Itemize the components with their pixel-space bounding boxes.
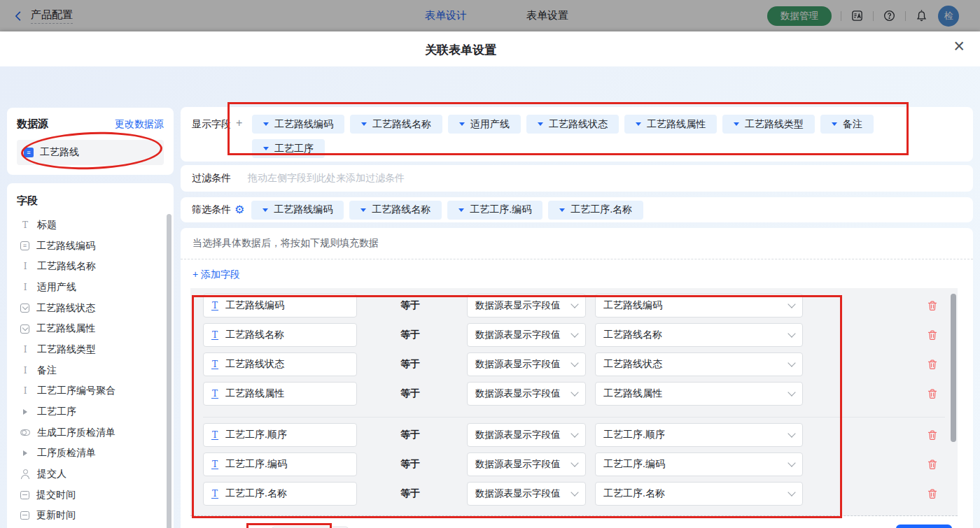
display-field-tag[interactable]: 工艺路线编码 — [252, 115, 344, 134]
field-type-icon — [20, 469, 30, 479]
rule-operator: 等于 — [400, 487, 467, 500]
rule-field-label: 工艺路线编码 — [225, 299, 284, 312]
screening-field-tag-label: 工艺工序.编码 — [470, 204, 531, 216]
delete-rule-icon[interactable] — [927, 388, 938, 399]
rule-field-box[interactable]: 工艺路线编码 — [203, 294, 357, 317]
text-field-icon — [211, 360, 218, 369]
add-field-link[interactable]: + 添加字段 — [192, 269, 240, 281]
close-icon[interactable] — [953, 37, 965, 56]
delete-rule-icon[interactable] — [927, 300, 938, 311]
field-list-item[interactable]: 提交人 — [17, 464, 174, 485]
field-list-item[interactable]: 工艺工序编号聚合 — [17, 381, 174, 402]
field-type-icon — [20, 448, 30, 458]
rule-source-value: 数据源表显示字段值 — [475, 458, 561, 471]
field-list-item[interactable]: 生成工序质检清单 — [17, 422, 174, 443]
display-field-tag[interactable]: 工艺路线名称 — [350, 115, 442, 134]
rule-target-value: 工艺路线编码 — [603, 299, 662, 312]
rule-field-box[interactable]: 工艺工序.编码 — [203, 452, 357, 476]
field-list-item[interactable]: 工艺路线类型 — [17, 339, 174, 360]
text-field-icon — [211, 331, 218, 340]
datasource-item[interactable]: 工艺路线 — [17, 140, 164, 165]
display-field-tag[interactable]: 工艺路线状态 — [526, 115, 619, 134]
rule-field-box[interactable]: 工艺工序.名称 — [203, 482, 357, 506]
field-list-item[interactable]: 工艺路线状态 — [17, 298, 174, 319]
display-field-tag-label: 备注 — [843, 118, 862, 131]
rule-operator: 等于 — [400, 458, 467, 471]
delete-rule-icon[interactable] — [927, 429, 938, 441]
rule-field-label: 工艺工序.顺序 — [225, 429, 287, 441]
rule-target-value: 工艺工序.名称 — [603, 487, 665, 500]
dashed-divider — [181, 259, 973, 259]
rule-target-select[interactable]: 工艺路线状态 — [595, 352, 803, 376]
rule-row: 工艺工序.编码 等于 数据源表显示字段值 工艺工序.编码 — [203, 452, 958, 476]
rule-target-value: 工艺路线状态 — [603, 358, 662, 371]
datasource-title: 数据源 — [17, 117, 48, 131]
field-list-item[interactable]: 工序质检清单 — [17, 443, 174, 464]
field-list-item[interactable]: 工艺路线名称 — [17, 256, 174, 277]
delete-rule-icon[interactable] — [927, 459, 938, 470]
field-type-icon — [20, 345, 30, 355]
add-display-field-icon[interactable] — [236, 118, 242, 128]
chevron-down-icon — [788, 329, 795, 337]
field-list-item-label: 标题 — [37, 219, 57, 231]
field-list-item[interactable]: 标题 — [17, 215, 174, 236]
rule-field-label: 工艺工序.名称 — [225, 487, 287, 500]
rule-target-select[interactable]: 工艺工序.编码 — [595, 452, 803, 476]
rule-source-select[interactable]: 数据源表显示字段值 — [467, 382, 586, 406]
field-type-icon — [20, 262, 30, 271]
field-list-item[interactable]: 适用产线 — [17, 277, 174, 298]
gear-icon[interactable] — [234, 204, 244, 215]
rule-target-select[interactable]: 工艺路线属性 — [595, 382, 803, 406]
text-field-icon — [211, 301, 218, 311]
rule-target-select[interactable]: 工艺路线名称 — [595, 323, 803, 347]
screening-field-tag[interactable]: 工艺路线名称 — [349, 201, 442, 220]
rule-field-label: 工艺路线属性 — [225, 387, 284, 400]
field-list-item[interactable]: 提交时间 — [17, 485, 174, 506]
screening-field-tag[interactable]: 工艺工序.编码 — [447, 201, 542, 220]
modal-body: 数据源 更改数据源 工艺路线 字段 标题 — [0, 66, 980, 528]
rules-scrollbar[interactable] — [951, 294, 956, 442]
screening-field-tag-label: 工艺工序.名称 — [570, 204, 632, 216]
rule-operator: 等于 — [400, 329, 467, 341]
rule-source-select[interactable]: 数据源表显示字段值 — [467, 452, 586, 476]
field-list-item-label: 备注 — [37, 364, 57, 377]
display-field-tag[interactable]: 备注 — [820, 115, 874, 134]
display-field-tag[interactable]: 适用产线 — [448, 115, 521, 134]
rule-row: 工艺路线名称 等于 数据源表显示字段值 工艺路线名称 — [203, 323, 958, 347]
rule-operator: 等于 — [400, 429, 467, 441]
rule-source-select[interactable]: 数据源表显示字段值 — [467, 423, 586, 447]
caret-down-icon — [538, 122, 543, 126]
screening-field-tag[interactable]: 工艺工序.名称 — [548, 201, 643, 220]
field-list-item[interactable]: 工艺工序 — [17, 401, 174, 422]
delete-rule-icon[interactable] — [927, 488, 938, 499]
field-list-item[interactable]: 工艺路线属性 — [17, 318, 174, 339]
display-field-tag[interactable]: 工艺工序 — [252, 139, 325, 158]
field-list-item[interactable]: 更新时间 — [17, 506, 174, 527]
field-type-icon — [20, 429, 30, 436]
field-list-item[interactable]: 工艺路线编码 — [17, 236, 174, 257]
rule-row: 工艺路线状态 等于 数据源表显示字段值 工艺路线状态 — [203, 352, 958, 376]
rule-field-box[interactable]: 工艺路线属性 — [203, 382, 357, 406]
delete-rule-icon[interactable] — [927, 359, 938, 370]
rule-target-select[interactable]: 工艺路线编码 — [595, 294, 803, 317]
display-field-tag[interactable]: 工艺路线类型 — [722, 115, 815, 134]
display-field-tag[interactable]: 工艺路线属性 — [624, 115, 717, 134]
change-datasource-link[interactable]: 更改数据源 — [115, 118, 164, 131]
filter-conditions-card[interactable]: 过滤条件 拖动左侧字段到此处来添加过滤条件 — [181, 165, 973, 192]
rule-field-box[interactable]: 工艺工序.顺序 — [203, 423, 357, 447]
rule-target-select[interactable]: 工艺工序.顺序 — [595, 423, 803, 447]
rule-source-value: 数据源表显示字段值 — [475, 387, 561, 400]
rule-target-select[interactable]: 工艺工序.名称 — [595, 482, 803, 506]
rule-source-select[interactable]: 数据源表显示字段值 — [467, 294, 586, 317]
sidebar-scrollbar[interactable] — [167, 214, 172, 528]
rule-source-select[interactable]: 数据源表显示字段值 — [467, 323, 586, 347]
rule-field-box[interactable]: 工艺路线状态 — [203, 352, 357, 376]
save-button[interactable]: 保存 — [896, 525, 952, 528]
rule-source-select[interactable]: 数据源表显示字段值 — [467, 482, 586, 506]
screening-field-tag[interactable]: 工艺路线编码 — [251, 201, 344, 220]
delete-rule-icon[interactable] — [927, 329, 938, 341]
rule-field-box[interactable]: 工艺路线名称 — [203, 323, 357, 347]
field-list-item[interactable]: 备注 — [17, 360, 174, 381]
rule-source-select[interactable]: 数据源表显示字段值 — [467, 352, 586, 376]
field-list-item-label: 工艺路线编码 — [36, 240, 95, 252]
